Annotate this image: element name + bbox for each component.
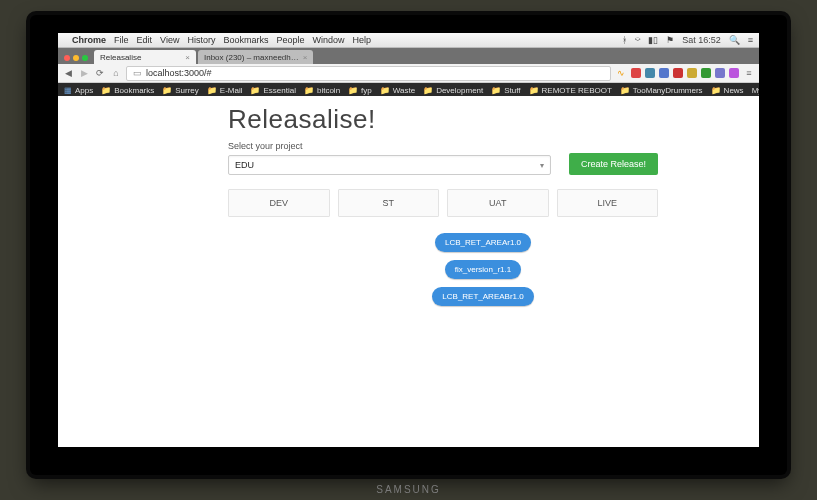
extension-icon[interactable]	[631, 68, 641, 78]
folder-icon: 📁	[162, 86, 172, 95]
folder-icon: 📁	[380, 86, 390, 95]
bookmark-item[interactable]: 📁Surrey	[162, 86, 199, 95]
page-title: Releasalise!	[228, 104, 658, 135]
monitor-brand: SAMSUNG	[376, 484, 441, 495]
address-bar[interactable]: ▭ localhost:3000/#	[126, 66, 611, 81]
menu-window[interactable]: Window	[312, 35, 344, 45]
close-window-icon[interactable]	[64, 55, 70, 61]
env-dev[interactable]: DEV	[228, 189, 330, 217]
bookmark-item[interactable]: 📁fyp	[348, 86, 372, 95]
battery-icon[interactable]: ▮▯	[648, 35, 658, 45]
page-viewport: Releasalise! Select your project EDU ▾ C…	[58, 96, 759, 447]
menu-icon[interactable]: ≡	[748, 35, 753, 45]
bookmark-item[interactable]: 📁E-Mail	[207, 86, 243, 95]
app-menu[interactable]: Chrome	[72, 35, 106, 45]
release-pill[interactable]: fix_version_r1.1	[445, 260, 521, 279]
window-controls[interactable]	[62, 55, 92, 64]
forward-button[interactable]: ▶	[78, 67, 90, 79]
url-text: localhost:3000/#	[146, 68, 212, 78]
back-button[interactable]: ◀	[62, 67, 74, 79]
extension-icon[interactable]	[687, 68, 697, 78]
flag-icon[interactable]: ⚑	[666, 35, 674, 45]
page-icon: ▭	[133, 68, 142, 78]
wifi-icon[interactable]: ⌔	[635, 35, 640, 45]
folder-icon: 📁	[711, 86, 721, 95]
menu-file[interactable]: File	[114, 35, 129, 45]
chevron-down-icon: ▾	[540, 161, 544, 170]
bluetooth-icon[interactable]: ᚼ	[622, 35, 627, 45]
bookmark-item[interactable]: 📁News	[711, 86, 744, 95]
folder-icon: 📁	[620, 86, 630, 95]
environment-row: DEV ST UAT LIVE	[228, 189, 658, 217]
feed-icon[interactable]: ∿	[615, 67, 627, 79]
bookmark-item[interactable]: 📁Waste	[380, 86, 415, 95]
close-tab-icon[interactable]: ×	[185, 53, 190, 62]
zoom-window-icon[interactable]	[82, 55, 88, 61]
menu-history[interactable]: History	[187, 35, 215, 45]
folder-icon: 📁	[101, 86, 111, 95]
menu-view[interactable]: View	[160, 35, 179, 45]
bookmark-item[interactable]: 📁REMOTE REBOOT	[529, 86, 612, 95]
mac-menu-bar: Chrome File Edit View History Bookmarks …	[58, 33, 759, 48]
release-pill[interactable]: LCB_RET_AREAr1.0	[435, 233, 531, 252]
extension-icon[interactable]	[673, 68, 683, 78]
extension-icon[interactable]	[645, 68, 655, 78]
bookmark-item[interactable]: 📁Bookmarks	[101, 86, 154, 95]
select-label: Select your project	[228, 141, 658, 151]
apps-icon: ▦	[64, 86, 72, 95]
env-st[interactable]: ST	[338, 189, 440, 217]
env-uat[interactable]: UAT	[447, 189, 549, 217]
folder-icon: 📁	[250, 86, 260, 95]
menu-edit[interactable]: Edit	[137, 35, 153, 45]
tab-label: Inbox (230) – maxneedh…	[204, 53, 299, 62]
folder-icon: 📁	[423, 86, 433, 95]
menu-help[interactable]: Help	[352, 35, 371, 45]
bookmark-item[interactable]: 📁Stuff	[491, 86, 520, 95]
minimize-window-icon[interactable]	[73, 55, 79, 61]
create-release-button[interactable]: Create Release!	[569, 153, 658, 175]
folder-icon: 📁	[529, 86, 539, 95]
tab-inbox[interactable]: Inbox (230) – maxneedh… ×	[198, 50, 313, 64]
menu-button[interactable]: ≡	[743, 67, 755, 79]
extension-icon[interactable]	[729, 68, 739, 78]
bookmark-item[interactable]: My Toolset – Clien…	[752, 86, 759, 95]
release-list: LCB_RET_AREAr1.0 fix_version_r1.1 LCB_RE…	[428, 233, 538, 306]
chrome-toolbar: ◀ ▶ ⟳ ⌂ ▭ localhost:3000/# ∿ ≡	[58, 64, 759, 83]
folder-icon: 📁	[304, 86, 314, 95]
clock-text[interactable]: Sat 16:52	[682, 35, 721, 45]
bookmark-apps[interactable]: ▦Apps	[64, 86, 93, 95]
select-value: EDU	[235, 160, 254, 170]
folder-icon: 📁	[348, 86, 358, 95]
spotlight-icon[interactable]: 🔍	[729, 35, 740, 45]
menu-bookmarks[interactable]: Bookmarks	[223, 35, 268, 45]
tab-label: Releasalise	[100, 53, 141, 62]
chrome-tab-strip: Releasalise × Inbox (230) – maxneedh… ×	[58, 48, 759, 64]
project-select[interactable]: EDU ▾	[228, 155, 551, 175]
reload-button[interactable]: ⟳	[94, 67, 106, 79]
extension-icon[interactable]	[701, 68, 711, 78]
release-pill[interactable]: LCB_RET_AREABr1.0	[432, 287, 533, 306]
extension-icon[interactable]	[659, 68, 669, 78]
folder-icon: 📁	[491, 86, 501, 95]
bookmark-item[interactable]: 📁Development	[423, 86, 483, 95]
folder-icon: 📁	[207, 86, 217, 95]
home-button[interactable]: ⌂	[110, 67, 122, 79]
env-live[interactable]: LIVE	[557, 189, 659, 217]
bookmark-item[interactable]: 📁bitcoin	[304, 86, 340, 95]
extension-icon[interactable]	[715, 68, 725, 78]
close-tab-icon[interactable]: ×	[303, 53, 308, 62]
bookmark-item[interactable]: 📁TooManyDrummers	[620, 86, 703, 95]
tab-releasalise[interactable]: Releasalise ×	[94, 50, 196, 64]
bookmark-item[interactable]: 📁Essential	[250, 86, 295, 95]
menu-people[interactable]: People	[276, 35, 304, 45]
